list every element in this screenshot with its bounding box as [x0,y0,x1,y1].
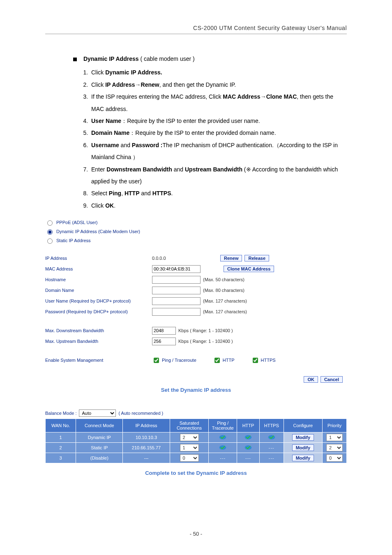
modify-button[interactable]: Modify [292,434,314,441]
cell-priority: 2 [323,443,347,453]
ping-checkbox[interactable]: Ping / Traceroute [152,356,196,364]
th-saturated: Saturated Connections [170,419,209,432]
instructions-heading: Dynamic IP Address ( cable modem user ) [73,53,347,65]
enable-sysmgmt-label: Enable System Management [45,358,152,363]
cell-ip: --- [123,453,170,463]
saturated-select[interactable]: 0 [180,454,199,462]
table-row: 1Dynamic IP10.10.10.32Modify1 [46,432,347,443]
modify-button[interactable]: Modify [292,455,314,461]
th-priority: Priority [323,419,347,432]
saturated-select[interactable]: 1 [180,444,199,451]
instr-item-5: Domain Name：Require by the ISP to enter … [90,127,347,139]
cell-ip: 10.10.10.3 [123,432,170,443]
modify-button[interactable]: Modify [292,444,314,451]
cell-connect-mode: Dynamic IP [76,432,123,443]
radio-static[interactable]: Static IP Address [45,237,347,244]
priority-select[interactable]: 1 [326,434,343,441]
cell-ping: --- [209,453,237,463]
domain-name-input[interactable] [152,287,201,294]
password-hint: (Max. 127 characters) [203,309,247,314]
user-name-label: User Name (Required by DHCP+ protocol) [45,298,152,303]
ip-address-label: IP Address [45,256,152,261]
instr-item-3: If the ISP requires entering the MAC add… [90,91,347,115]
page-header: CS-2000 UTM Content Security Gateway Use… [45,25,347,34]
cell-http [237,432,260,443]
instr-item-9: Click OK. [90,200,347,212]
hostname-input[interactable] [152,276,201,284]
instr-item-7: Enter Downstream Bandwidth and Upstream … [90,164,347,188]
ip-address-value: 0.0.0.0 [152,256,218,261]
cell-configure: Modify [284,432,322,443]
http-checkbox-input[interactable] [214,358,220,363]
user-name-input[interactable] [152,297,201,305]
caption-set-dynamic-ip: Set the Dynamic IP address [45,387,347,393]
wan-table: WAN No. Connect Mode IP Address Saturate… [45,419,347,463]
ping-checkbox-input[interactable] [154,358,159,363]
cell-connect-mode: Static IP [76,443,123,453]
domain-name-hint: (Max. 80 characters) [203,288,244,293]
table-row: 2Static IP210.66.155.771---Modify2 [46,443,347,453]
radio-static-input[interactable] [47,238,53,244]
cell-http: --- [237,453,260,463]
radio-dynamic-label: Dynamic IP Address (Cable Modem User) [56,229,140,234]
https-checkbox-label: HTTPS [261,358,276,363]
down-bw-label: Max. Downstream Bandwidth [45,328,152,333]
balance-mode-select[interactable]: Auto [79,409,116,417]
instr-item-4: User Name：Require by the ISP to enter th… [90,115,347,127]
cell-priority: 0 [323,453,347,463]
cell-ip: 210.66.155.77 [123,443,170,453]
http-checkbox-label: HTTP [223,358,235,363]
down-bw-input[interactable] [152,327,176,335]
ping-checkbox-label: Ping / Traceroute [162,358,196,363]
radio-dynamic[interactable]: Dynamic IP Address (Cable Modem User) [45,228,347,235]
dash-icon: --- [245,456,251,460]
heading-bold: Dynamic IP Address [83,56,139,62]
renew-button[interactable]: Renew [220,255,242,261]
down-bw-hint: Kbps ( Range: 1 - 102400 ) [178,328,233,333]
http-checkbox[interactable]: HTTP [213,356,235,364]
balance-mode-hint: ( Auto recommended ) [118,411,163,416]
instr-item-8: Select Ping, HTTP and HTTPS. [90,187,347,199]
clone-mac-button[interactable]: Clone MAC Address [224,266,274,272]
check-icon [219,445,226,450]
priority-select[interactable]: 2 [326,444,343,451]
th-http: HTTP [237,419,260,432]
th-connect-mode: Connect Mode [76,419,123,432]
ok-button[interactable]: OK [304,376,318,383]
user-name-hint: (Max. 127 characters) [203,298,247,303]
https-checkbox-input[interactable] [253,358,258,363]
password-input[interactable] [152,308,201,316]
cell-wan-no: 1 [46,432,76,443]
domain-name-label: Domain Name [45,288,152,293]
cell-configure: Modify [284,443,322,453]
hostname-label: Hostname [45,277,152,282]
radio-pppoe[interactable]: PPPoE (ADSL User) [45,219,347,226]
radio-pppoe-label: PPPoE (ADSL User) [56,220,97,225]
check-icon [244,445,252,450]
up-bw-label: Max. Upstream Bandwidth [45,339,152,344]
mac-address-input[interactable] [152,265,201,273]
table-row: 3(Disable)---0---------Modify0 [46,453,347,463]
cell-wan-no: 2 [46,443,76,453]
up-bw-input[interactable] [152,338,176,345]
th-wan-no: WAN No. [46,419,76,432]
cell-https: --- [259,443,284,453]
priority-select[interactable]: 0 [326,454,343,462]
saturated-select[interactable]: 2 [180,434,199,441]
password-label: Password (Required by DHCP+ protocol) [45,309,152,314]
release-button[interactable]: Release [244,255,269,261]
cell-saturated: 0 [170,453,209,463]
hostname-hint: (Max. 50 characters) [203,277,244,282]
up-bw-hint: Kbps ( Range: 1 - 102400 ) [178,339,233,344]
radio-dynamic-input[interactable] [47,229,53,235]
th-ip-address: IP Address [123,419,170,432]
https-checkbox[interactable]: HTTPS [251,356,276,364]
page-number: - 50 - [0,531,392,537]
check-icon [244,435,252,440]
cell-wan-no: 3 [46,453,76,463]
th-configure: Configure [284,419,322,432]
cancel-button[interactable]: Cancel [321,376,343,383]
radio-pppoe-input[interactable] [47,220,53,226]
balance-mode-label: Balance Mode : [45,411,76,416]
mac-address-label: MAC Address [45,266,152,271]
